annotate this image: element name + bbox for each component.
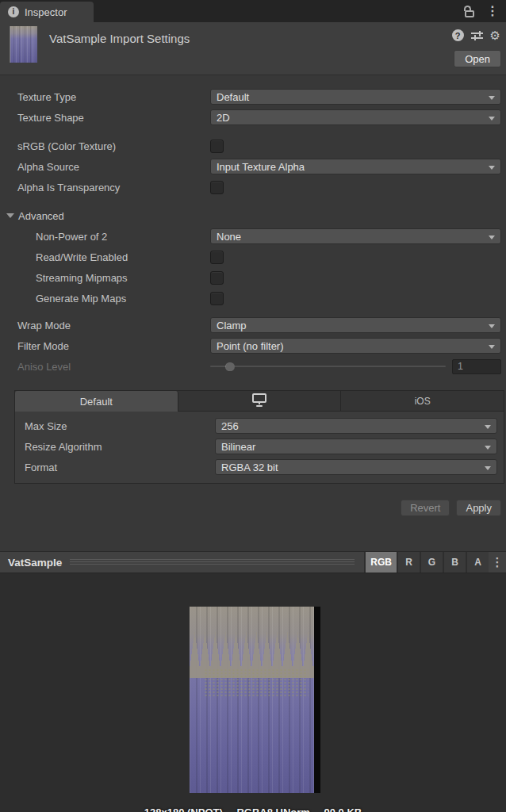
aniso-level-slider[interactable] — [210, 358, 446, 374]
texture-thumbnail — [10, 26, 37, 63]
npot-label: Non-Power of 2 — [17, 231, 210, 243]
foldout-triangle-icon — [6, 213, 14, 218]
texture-type-row: Texture Type Default — [17, 89, 501, 105]
platform-tab-ios-label: iOS — [415, 396, 431, 407]
srgb-checkbox[interactable] — [210, 140, 224, 153]
window-tabstrip: i Inspector ⋮ — [0, 0, 506, 22]
info-icon: i — [8, 6, 19, 17]
resize-algorithm-value: Bilinear — [221, 441, 255, 453]
slider-track[interactable] — [210, 366, 446, 367]
read-write-row: Read/Write Enabled — [17, 249, 501, 265]
npot-value: None — [217, 231, 241, 243]
caret-down-icon — [489, 166, 495, 170]
advanced-label: Advanced — [18, 210, 64, 222]
alpha-transparency-row: Alpha Is Transparency — [17, 179, 501, 195]
read-write-label: Read/Write Enabled — [17, 251, 210, 263]
revert-button[interactable]: Revert — [401, 500, 450, 516]
channel-button-a[interactable]: A — [466, 552, 489, 573]
streaming-mipmaps-checkbox[interactable] — [210, 271, 224, 285]
alpha-source-value: Input Texture Alpha — [217, 161, 305, 173]
alpha-transparency-label: Alpha Is Transparency — [17, 182, 210, 193]
platform-tab-ios[interactable]: iOS — [341, 391, 504, 411]
texture-shape-row: Texture Shape 2D — [17, 109, 501, 125]
caret-down-icon — [489, 117, 495, 121]
tab-inspector[interactable]: i Inspector — [0, 2, 94, 22]
lock-open-icon[interactable] — [465, 10, 474, 17]
texture-shape-value: 2D — [217, 112, 230, 124]
format-dropdown[interactable]: RGBA 32 bit — [215, 459, 497, 475]
import-settings-header: VatSample Import Settings ? ⚙ Open — [0, 22, 506, 75]
aniso-level-row: Aniso Level 1 — [17, 358, 501, 374]
generate-mips-label: Generate Mip Maps — [17, 293, 210, 304]
caret-down-icon — [485, 466, 491, 470]
wrap-mode-row: Wrap Mode Clamp — [17, 317, 501, 333]
alpha-source-dropdown[interactable]: Input Texture Alpha — [210, 159, 501, 174]
open-button[interactable]: Open — [454, 50, 501, 67]
texture-preview-area: 128x180 (NPOT) RGBA8 UNorm 90.0 KB — [0, 573, 506, 812]
platform-tab-standalone[interactable] — [178, 391, 342, 411]
streaming-mipmaps-label: Streaming Mipmaps — [17, 272, 210, 284]
monitor-icon — [252, 393, 266, 403]
caret-down-icon — [489, 96, 495, 100]
caret-down-icon — [489, 324, 495, 328]
alpha-transparency-checkbox[interactable] — [210, 181, 224, 194]
read-write-checkbox[interactable] — [210, 251, 224, 264]
slider-thumb[interactable] — [226, 362, 235, 371]
preview-title: VatSample — [8, 557, 62, 569]
texture-format: RGBA8 UNorm — [236, 806, 309, 812]
platform-tab-default[interactable]: Default — [15, 391, 178, 412]
wrap-mode-dropdown[interactable]: Clamp — [210, 317, 501, 333]
wrap-mode-label: Wrap Mode — [17, 320, 210, 331]
texture-dimensions: 128x180 (NPOT) — [144, 806, 223, 812]
texture-preview-image — [190, 607, 320, 793]
resize-algorithm-row: Resize Algorithm Bilinear — [25, 439, 497, 454]
texture-type-value: Default — [217, 91, 249, 103]
caret-down-icon — [489, 345, 495, 349]
filter-mode-label: Filter Mode — [17, 340, 210, 352]
caret-down-icon — [489, 236, 495, 239]
resize-algorithm-dropdown[interactable]: Bilinear — [215, 439, 497, 454]
format-row: Format RGBA 32 bit — [25, 459, 497, 475]
max-size-dropdown[interactable]: 256 — [215, 418, 497, 434]
gear-icon[interactable]: ⚙ — [490, 29, 500, 41]
caret-down-icon — [485, 446, 491, 450]
texture-info-caption: 128x180 (NPOT) RGBA8 UNorm 90.0 KB — [0, 806, 506, 812]
generate-mips-row: Generate Mip Maps — [17, 290, 501, 306]
filter-mode-value: Point (no filter) — [217, 340, 284, 352]
format-value: RGBA 32 bit — [221, 462, 278, 473]
max-size-value: 256 — [221, 420, 239, 432]
channel-button-g[interactable]: G — [420, 552, 443, 573]
texture-shape-dropdown[interactable]: 2D — [210, 109, 501, 125]
caret-down-icon — [485, 425, 491, 429]
format-label: Format — [25, 462, 215, 473]
presets-icon[interactable] — [471, 30, 483, 40]
platform-settings-panel: Default iOS Max Size 256 Resize Algorith… — [14, 390, 504, 484]
platform-tab-default-label: Default — [80, 396, 113, 408]
page-title: VatSample Import Settings — [49, 32, 190, 45]
preview-drag-handle[interactable] — [70, 559, 355, 565]
channel-button-b[interactable]: B — [443, 552, 466, 573]
generate-mips-checkbox[interactable] — [210, 292, 224, 305]
kebab-menu-icon[interactable]: ⋮ — [489, 555, 506, 569]
apply-button[interactable]: Apply — [456, 500, 501, 516]
resize-algorithm-label: Resize Algorithm — [25, 441, 215, 453]
tab-inspector-label: Inspector — [25, 6, 67, 18]
wrap-mode-value: Clamp — [217, 320, 247, 331]
srgb-row: sRGB (Color Texture) — [17, 138, 501, 154]
kebab-menu-icon[interactable]: ⋮ — [486, 5, 499, 17]
filter-mode-dropdown[interactable]: Point (no filter) — [210, 338, 501, 354]
npot-dropdown[interactable]: None — [210, 228, 501, 244]
max-size-label: Max Size — [25, 420, 215, 432]
aniso-level-field[interactable]: 1 — [452, 359, 501, 374]
help-icon[interactable]: ? — [452, 29, 464, 41]
channel-button-rgb[interactable]: RGB — [364, 552, 397, 573]
streaming-mipmaps-row: Streaming Mipmaps — [17, 270, 501, 285]
channel-button-r[interactable]: R — [397, 552, 420, 573]
texture-size: 90.0 KB — [324, 806, 362, 812]
alpha-source-label: Alpha Source — [17, 161, 210, 173]
advanced-foldout[interactable]: Advanced — [6, 208, 501, 224]
alpha-source-row: Alpha Source Input Texture Alpha — [17, 159, 501, 174]
filter-mode-row: Filter Mode Point (no filter) — [17, 338, 501, 354]
texture-type-dropdown[interactable]: Default — [210, 89, 501, 105]
aniso-level-label: Aniso Level — [17, 361, 210, 373]
